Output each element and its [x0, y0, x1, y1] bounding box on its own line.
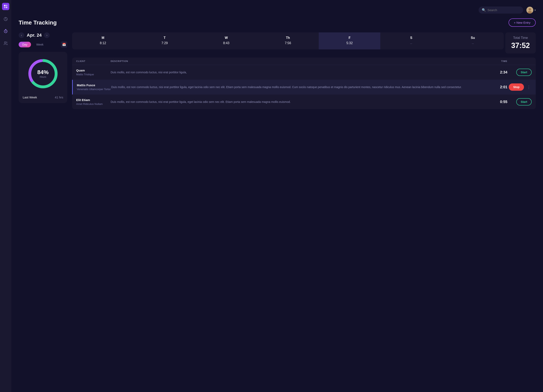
stats-hours-value: 41 hrs	[55, 95, 63, 99]
top-header: 🔍 ▾	[19, 6, 536, 14]
day-toggle-button[interactable]: Day	[19, 42, 31, 47]
weekly-total-row: M 8:12 T 7:29 W 8:43 Th 7:56 F 5:32 S – …	[72, 32, 536, 53]
left-panel: ‹ Apr. 24 › Day Week 📅	[19, 32, 67, 103]
donut-label: Hours	[37, 76, 49, 78]
table-row[interactable]: Elit Etiam Amet Ridiculus Nullam Duis mo…	[72, 95, 536, 109]
avatar-caret-icon: ▾	[534, 9, 536, 11]
calendar-icon: 📅	[62, 43, 66, 46]
right-panel: M 8:12 T 7:29 W 8:43 Th 7:56 F 5:32 S – …	[72, 32, 536, 109]
stats-footer: Last Week 41 hrs	[23, 95, 63, 99]
table-row[interactable]: Quam Mattis Tristique Duis mollis, est n…	[72, 65, 536, 80]
stats-week-label: Last Week	[23, 95, 37, 99]
day-time: 7:56	[257, 41, 319, 45]
start-button[interactable]: Start	[516, 69, 532, 76]
day-col-f[interactable]: F 5:32	[319, 32, 380, 49]
day-name: Su	[442, 36, 504, 40]
client-sub: Amet Ridiculus Nullam	[76, 102, 111, 106]
day-name: W	[196, 36, 257, 40]
day-time: –	[380, 41, 442, 45]
donut-percent: 84%	[37, 69, 49, 76]
avatar	[526, 7, 533, 14]
day-time: 8:12	[72, 41, 134, 45]
table-row[interactable]: Mattis Fusce Venenatis Ullamcorper Torto…	[72, 80, 536, 95]
search-icon: 🔍	[482, 8, 486, 12]
day-name: T	[134, 36, 195, 40]
day-time: 5:32	[319, 41, 380, 45]
th-description: Description	[111, 60, 491, 62]
sidebar-item-users[interactable]	[2, 40, 9, 47]
donut-chart: 84% Hours	[27, 57, 59, 90]
svg-rect-1	[6, 5, 7, 6]
client-name: Quam	[76, 69, 111, 72]
page-title: Time Tracking	[19, 19, 57, 26]
td-client: Elit Etiam Amet Ridiculus Nullam	[76, 98, 111, 106]
td-description: Duis mollis, est non commodo luctus, nis…	[111, 85, 491, 89]
current-date-label: Apr. 24	[27, 33, 41, 38]
stats-card: 84% Hours Last Week 41 hrs	[19, 52, 67, 103]
total-time-value: 37:52	[511, 41, 530, 50]
description-text: Duis mollis, est non commodo luctus, nis…	[111, 70, 487, 74]
td-client: Quam Mattis Tristique	[76, 69, 111, 76]
table-body: Quam Mattis Tristique Duis mollis, est n…	[72, 65, 536, 109]
svg-point-8	[529, 8, 531, 11]
description-text: Duis mollis, est non commodo luctus, nis…	[111, 85, 487, 89]
main-content: 🔍 ▾ Time Tracking + New Entry	[11, 0, 543, 392]
td-action: Start	[507, 98, 532, 106]
search-bar[interactable]: 🔍	[479, 6, 523, 14]
day-time: 7:29	[134, 41, 195, 45]
next-date-button[interactable]: ›	[44, 32, 50, 38]
donut-center: 84% Hours	[37, 69, 49, 78]
week-toggle-button[interactable]: Week	[33, 42, 47, 47]
day-name: S	[380, 36, 442, 40]
th-client: Client	[76, 60, 111, 62]
start-button[interactable]: Start	[516, 98, 532, 106]
description-text: Duis mollis, est non commodo luctus, nis…	[111, 100, 487, 104]
day-col-t[interactable]: T 7:29	[134, 32, 195, 49]
day-time: 8:43	[196, 41, 257, 45]
svg-rect-3	[6, 7, 7, 8]
page-header-row: Time Tracking + New Entry	[19, 18, 536, 27]
td-time: 2:34	[491, 70, 507, 74]
day-col-w[interactable]: W 8:43	[196, 32, 257, 49]
calendar-button[interactable]: 📅	[61, 41, 67, 48]
content-row: ‹ Apr. 24 › Day Week 📅	[19, 32, 536, 109]
prev-date-button[interactable]: ‹	[19, 32, 24, 38]
header-right: 🔍 ▾	[479, 6, 536, 14]
td-description: Duis mollis, est non commodo luctus, nis…	[111, 70, 491, 74]
day-name: Th	[257, 36, 319, 40]
th-time: Time	[491, 60, 507, 62]
sidebar	[0, 0, 11, 392]
day-time: –	[442, 41, 504, 45]
day-col-s[interactable]: S –	[380, 32, 442, 49]
td-time: 2:01	[491, 85, 507, 89]
new-entry-button[interactable]: + New Entry	[509, 18, 536, 27]
sidebar-item-timer[interactable]	[2, 28, 9, 34]
search-input[interactable]	[487, 8, 520, 12]
td-action: Start	[507, 69, 532, 76]
stop-button[interactable]: Stop	[509, 84, 524, 91]
date-nav: ‹ Apr. 24 ›	[19, 32, 67, 38]
total-time-box: Total Time 37:52	[505, 32, 536, 53]
td-description: Duis mollis, est non commodo luctus, nis…	[111, 100, 491, 104]
td-client: Mattis Fusce Venenatis Ullamcorper Torto…	[77, 84, 111, 91]
day-col-su[interactable]: Su –	[442, 32, 504, 49]
day-week-toggle: Day Week 📅	[19, 41, 67, 48]
total-time-label: Total Time	[513, 36, 528, 40]
day-name: F	[319, 36, 380, 40]
day-col-th[interactable]: Th 7:56	[257, 32, 319, 49]
client-name: Elit Etiam	[76, 98, 111, 102]
more-options-button[interactable]: ⋮	[526, 84, 532, 90]
svg-point-6	[5, 42, 6, 43]
svg-rect-2	[4, 7, 6, 8]
svg-rect-0	[4, 5, 6, 6]
day-col-m[interactable]: M 8:12	[72, 32, 134, 49]
td-time: 0:55	[491, 100, 507, 104]
td-action: Stop ⋮	[507, 84, 532, 91]
client-sub: Mattis Tristique	[76, 73, 111, 76]
sidebar-logo[interactable]	[2, 3, 9, 10]
day-name: M	[72, 36, 134, 40]
sidebar-item-analytics[interactable]	[2, 16, 9, 22]
avatar-wrap[interactable]: ▾	[526, 7, 536, 14]
client-sub: Venenatis Ullamcorper Tortor	[77, 88, 111, 91]
time-entries-table: Client Description Time Quam Mattis Tris…	[72, 57, 536, 109]
